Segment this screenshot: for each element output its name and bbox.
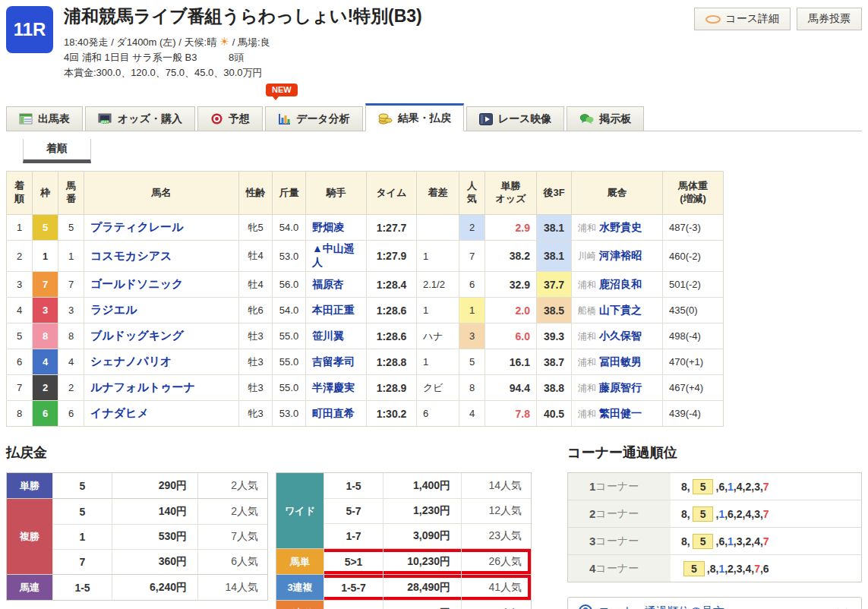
finish-position: 5 [7, 323, 33, 349]
win-odds: 94.4 [485, 375, 537, 401]
popularity: 8 [459, 375, 485, 401]
jockey-link[interactable]: 町田直希 [312, 407, 355, 419]
corner-section: コーナー通過順位 1コーナー8,5,6,1,4,2,3,72コーナー8,5,1,… [567, 443, 862, 609]
tab-race-video[interactable]: レース映像 [466, 106, 565, 131]
corner-horse-number: 8 [681, 508, 687, 520]
tab-board[interactable]: 掲示板 [567, 106, 644, 131]
horse-name-cell: ブルドッグキング [84, 323, 239, 349]
prize-money-line: 本賞金:300.0、120.0、75.0、45.0、30.0万円 [64, 65, 694, 80]
column-header: 着差 [417, 172, 459, 215]
popularity: 5 [459, 349, 485, 375]
trainer-link[interactable]: 水野貴史 [599, 221, 642, 233]
column-header: 着 順 [7, 172, 33, 215]
payout-amount: 28,490円 [383, 575, 461, 600]
column-header: 斤量 [273, 172, 306, 215]
jockey-link[interactable]: 野畑凌 [312, 221, 344, 233]
corner-horse-number: 4 [737, 481, 743, 493]
payout-combination: 1 [52, 525, 112, 549]
payout-row: 5140円2人気 [52, 499, 267, 524]
payout-row: 5-71,230円12人気 [324, 498, 531, 523]
result-row: 433ラジエル牝654.0本田正重1:28.6112.038.5船橋山下貴之43… [7, 298, 724, 323]
horse-name-link[interactable]: ルナフォルトゥーナ [90, 380, 195, 393]
bet-type-label: 3連単 [276, 601, 324, 609]
course-detail-button[interactable]: コース詳細 [694, 8, 791, 30]
horse-name-link[interactable]: ラジエル [90, 303, 137, 316]
column-header: 馬 番 [58, 172, 84, 215]
trainer-link[interactable]: 山下貴之 [599, 304, 642, 316]
jockey-link[interactable]: 吉留孝司 [312, 355, 355, 368]
corner-horse-number: 1 [718, 563, 724, 575]
horse-number: 4 [58, 349, 84, 375]
payout-combination: 1-5 [52, 575, 112, 600]
column-header: 馬体重 (増減) [663, 172, 724, 215]
jockey-link[interactable]: 半澤慶実 [312, 381, 355, 393]
horse-name-link[interactable]: コスモカシアス [90, 249, 172, 262]
trainer-link[interactable]: 藤原智行 [599, 381, 642, 393]
tab-odds-purchase[interactable]: iPATオッズ・購入 [85, 106, 195, 131]
frame-number: 4 [33, 349, 58, 375]
jockey-link[interactable]: 福原杏 [312, 278, 344, 290]
stable-location: 浦和 [578, 409, 596, 419]
corner-horse-number: 6 [718, 535, 724, 547]
payout-row: 7360円6人気 [52, 549, 267, 574]
horse-name-link[interactable]: ゴールドソニック [90, 277, 183, 290]
win-odds: 2.0 [485, 298, 537, 323]
tab-results-payout[interactable]: 結果・払戻 [365, 103, 464, 131]
carried-weight: 55.0 [273, 375, 306, 401]
horse-weight: 501(-2) [663, 272, 724, 298]
subtab-finish-order[interactable]: 着順 [23, 139, 91, 163]
popularity: 3 [459, 323, 485, 349]
trainer-link[interactable]: 冨田敏男 [599, 355, 642, 368]
jockey-link[interactable]: ▲中山遥人 [312, 242, 355, 268]
trainer-link[interactable]: 河津裕昭 [599, 249, 642, 261]
payout-group: 3連複1-5-728,490円41人気 [276, 574, 531, 600]
odds-purchase-icon: iPAT [98, 113, 112, 125]
horse-name-link[interactable]: プラティクレール [90, 220, 183, 233]
corner-horse-number: 3 [754, 481, 760, 493]
payout-amount: 530円 [112, 525, 197, 549]
jockey-link[interactable]: 本田正重 [312, 304, 355, 316]
corner-horse-number: 7 [754, 563, 760, 575]
payout-popularity: 41人気 [461, 575, 531, 600]
corner-help-bar[interactable]: ? コーナー通過順位の見方 [567, 597, 862, 609]
payout-row: 1-5-728,490円41人気 [324, 575, 531, 600]
result-row: 155プラティクレール牝554.0野畑凌1:27.722.938.1浦和水野貴史… [7, 215, 724, 241]
payout-group: 馬単5>110,230円26人気 [276, 548, 531, 574]
tab-label: 結果・払戻 [398, 112, 451, 125]
horse-name-link[interactable]: シェナノパリオ [90, 355, 172, 368]
results-table: 着 順枠馬 番馬名性齢斤量騎手タイム着差人 気単勝 オッズ後3F厩舎馬体重 (増… [6, 171, 724, 427]
horse-name-cell: シェナノパリオ [84, 349, 239, 375]
trainer-link[interactable]: 鹿沼良和 [599, 278, 642, 290]
payout-combination: 5 [52, 499, 112, 524]
column-header: 馬名 [84, 172, 239, 215]
carried-weight: 55.0 [273, 323, 306, 349]
trainer-link[interactable]: 小久保智 [599, 330, 642, 342]
sex-age: 牡3 [239, 349, 273, 375]
tab-prediction[interactable]: 予想 [197, 106, 263, 131]
horse-name-link[interactable]: ブルドッグキング [90, 329, 184, 342]
payout-popularity: 2人気 [197, 473, 267, 498]
corner-horse-number: 5 [693, 534, 714, 549]
finish-time: 1:28.8 [367, 349, 417, 375]
horse-number: 5 [58, 215, 84, 241]
tab-entries[interactable]: 出馬表 [6, 106, 83, 131]
finish-time: 1:30.2 [367, 401, 417, 427]
result-row: 588ブルドッグキング牡355.0笹川翼1:28.6ハナ36.039.3浦和小久… [7, 323, 724, 349]
payout-combination: 5 [52, 473, 112, 498]
payout-popularity: 26人気 [461, 549, 531, 574]
finish-time: 1:28.9 [367, 375, 417, 401]
speech-bubbles-icon [579, 113, 594, 125]
horse-name-link[interactable]: イナダヒメ [90, 406, 149, 419]
stable-location: 船橋 [578, 305, 596, 316]
payout-group: ワイド1-51,400円14人気5-71,230円12人気1-73,090円23… [276, 473, 531, 548]
bet-voting-button[interactable]: 馬券投票 [797, 8, 862, 30]
horse-number: 8 [58, 323, 84, 349]
corner-horse-number: 1 [728, 481, 734, 493]
jockey-link[interactable]: 笹川翼 [312, 330, 344, 342]
result-row: 377ゴールドソニック牡456.0福原杏1:28.42.1/2632.937.7… [7, 272, 724, 298]
tab-data-analysis[interactable]: データ分析 [265, 106, 363, 131]
payout-row: 1-56,240円14人気 [52, 575, 267, 600]
trainer-link[interactable]: 繁田健一 [599, 407, 642, 419]
win-odds: 7.8 [485, 401, 537, 427]
stable-cell: 浦和冨田敏男 [572, 349, 663, 375]
